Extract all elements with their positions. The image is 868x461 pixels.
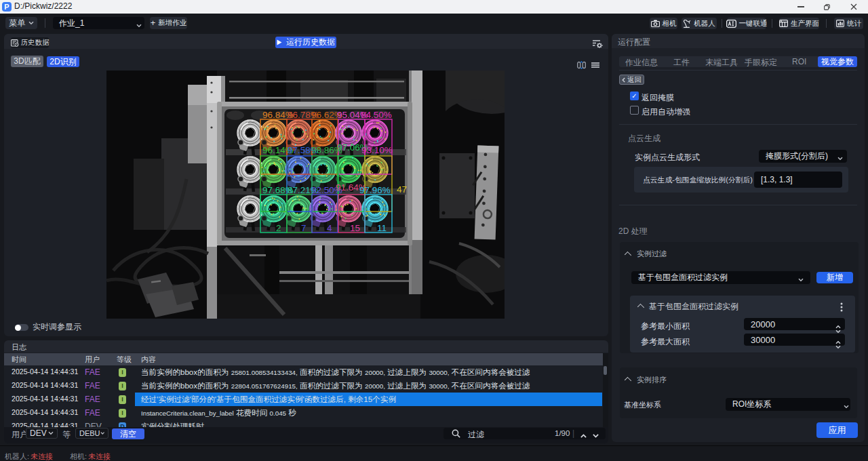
svg-text:7: 7 xyxy=(301,223,307,233)
svg-text:93.10%: 93.10% xyxy=(361,145,393,155)
svg-text:47: 47 xyxy=(397,184,407,195)
svg-text:4: 4 xyxy=(327,223,332,233)
svg-text:97.96%: 97.96% xyxy=(359,185,391,195)
svg-text:84.50%: 84.50% xyxy=(361,110,392,120)
svg-text:11: 11 xyxy=(377,223,387,233)
svg-text:2: 2 xyxy=(276,223,281,233)
svg-text:15: 15 xyxy=(350,223,360,233)
